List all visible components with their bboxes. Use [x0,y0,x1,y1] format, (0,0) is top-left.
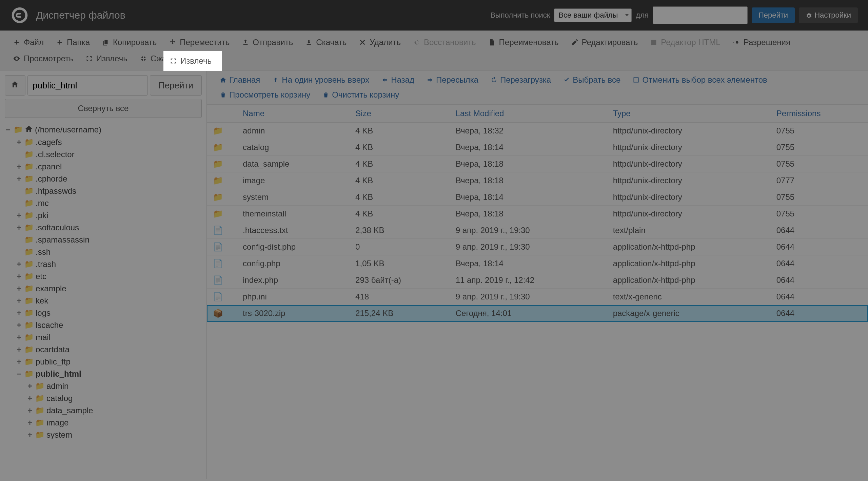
new-file-button[interactable]: Файл [7,34,50,50]
search-input[interactable] [653,6,748,24]
toggle-icon[interactable]: + [16,223,22,232]
download-button[interactable]: Скачать [299,34,353,50]
nav-home[interactable]: Главная [214,72,266,87]
toggle-icon[interactable]: + [16,345,22,354]
nav-forward[interactable]: Пересылка [420,72,485,87]
col-perms[interactable]: Permissions [770,105,868,123]
tree-item[interactable]: +📁image [5,417,202,429]
table-row[interactable]: 📄.htaccess.txt2,38 KB9 апр. 2019 г., 19:… [207,222,868,239]
tree-item[interactable]: 📁.spamassassin [5,234,202,246]
toggle-icon[interactable]: + [26,430,33,440]
tree-item[interactable]: +📁catalog [5,392,202,404]
toggle-icon[interactable]: + [26,394,33,403]
copy-button[interactable]: Копировать [96,34,163,50]
rename-button[interactable]: Переименовать [482,34,565,50]
tree-item[interactable]: +📁.pki [5,209,202,222]
tree-root[interactable]: − 📁 (/home/username) [5,123,202,136]
table-row[interactable]: 📄config.php1,05 KBВчера, 18:14applicatio… [207,255,868,272]
tree-item[interactable]: +📁system [5,429,202,441]
table-row[interactable]: 📦trs-3020.zip215,24 KBСегодня, 14:01pack… [207,305,868,322]
toggle-icon[interactable]: − [16,369,22,379]
table-row[interactable]: 📁catalog4 KBВчера, 18:14httpd/unix-direc… [207,139,868,156]
tree-item[interactable]: +📁mail [5,331,202,343]
collapse-icon[interactable]: − [5,125,12,134]
permissions-button[interactable]: Разрешения [727,34,796,50]
edit-button[interactable]: Редактировать [565,34,644,50]
tree-item[interactable]: 📁.mc [5,197,202,209]
tree-item[interactable]: 📁.htpasswds [5,185,202,197]
tree-item[interactable]: +📁.softaculous [5,222,202,234]
deselect-all[interactable]: Отменить выбор всех элементов [627,72,773,87]
toggle-icon[interactable]: + [16,284,22,293]
table-row[interactable]: 📁system4 KBВчера, 18:14httpd/unix-direct… [207,189,868,206]
toggle-icon[interactable]: + [16,138,22,147]
upload-button[interactable]: Отправить [236,34,299,50]
delete-button[interactable]: Удалить [353,34,407,50]
restore-button[interactable]: Восстановить [407,34,482,50]
col-size[interactable]: Size [349,105,450,123]
toggle-icon[interactable]: + [16,259,22,269]
extract-button[interactable]: Извлечь [79,50,134,67]
tree-item[interactable]: 📁.ssh [5,246,202,258]
toggle-icon[interactable]: + [16,357,22,367]
empty-trash[interactable]: Очистить корзину [316,87,405,102]
toggle-icon[interactable]: + [26,406,33,415]
toggle-icon[interactable]: + [16,333,22,342]
path-input[interactable] [27,75,148,96]
html-editor-button[interactable]: Редактор HTML [644,34,726,50]
tree-item[interactable]: −📁public_html [5,368,202,380]
tree-item[interactable]: +📁.cagefs [5,136,202,148]
tree-item[interactable]: +📁admin [5,380,202,392]
view-trash[interactable]: Просмотреть корзину [214,87,316,102]
table-row[interactable]: 📁themeinstall4 KBВчера, 18:18httpd/unix-… [207,206,868,222]
tree-item[interactable]: +📁example [5,283,202,295]
nav-up[interactable]: На один уровень вверх [266,72,375,87]
toggle-icon[interactable]: + [16,272,22,281]
toggle-icon[interactable]: + [16,308,22,318]
plus-icon [13,39,20,46]
settings-button[interactable]: Настройки [799,7,858,23]
tree-item[interactable]: 📁.cl.selector [5,148,202,161]
toggle-icon[interactable]: + [26,418,33,427]
select-all[interactable]: Выбрать все [557,72,627,87]
tree-item[interactable]: +📁kek [5,295,202,307]
tree-item[interactable]: +📁ocartdata [5,343,202,356]
col-type[interactable]: Type [607,105,770,123]
tree-item[interactable]: +📁public_ftp [5,356,202,368]
search-scope-select[interactable]: Все ваши файлы [554,8,632,22]
tree-item[interactable]: +📁logs [5,307,202,319]
table-row[interactable]: 📄index.php293 байт(-а)11 апр. 2019 г., 1… [207,272,868,289]
tree-item[interactable]: +📁lscache [5,319,202,331]
move-button[interactable]: Переместить [163,34,236,50]
table-row[interactable]: 📄config-dist.php09 апр. 2019 г., 19:30ap… [207,239,868,255]
x-icon [359,39,366,46]
nav-reload[interactable]: Перезагрузка [485,72,557,87]
nav-back[interactable]: Назад [375,72,420,87]
tree-item[interactable]: +📁data_sample [5,404,202,417]
tree-item[interactable]: +📁etc [5,270,202,283]
toggle-icon[interactable]: + [16,174,22,184]
collapse-all-button[interactable]: Свернуть все [5,99,202,118]
toggle-icon[interactable]: + [26,381,33,391]
search-go-button[interactable]: Перейти [752,7,795,23]
table-row[interactable]: 📁admin4 KBВчера, 18:32httpd/unix-directo… [207,123,868,139]
new-folder-button[interactable]: Папка [50,34,96,50]
folder-icon: 📁 [213,159,222,169]
path-go-button[interactable]: Перейти [150,75,202,96]
view-button[interactable]: Просмотреть [7,50,79,67]
tree-item[interactable]: +📁.cphorde [5,173,202,185]
col-name[interactable]: Name [237,105,349,123]
table-row[interactable]: 📁data_sample4 KBВчера, 18:18httpd/unix-d… [207,156,868,172]
col-modified[interactable]: Last Modified [450,105,607,123]
eye-icon [13,55,20,62]
toggle-icon[interactable]: + [16,162,22,171]
tree-item[interactable]: +📁.cpanel [5,161,202,173]
toggle-icon[interactable]: + [16,320,22,330]
toggle-icon[interactable]: + [16,211,22,220]
toggle-icon[interactable]: + [16,296,22,306]
table-row[interactable]: 📁image4 KBВчера, 18:18httpd/unix-directo… [207,172,868,189]
extract-highlight[interactable]: Извлечь [163,51,222,71]
tree-item[interactable]: +📁.trash [5,258,202,270]
home-button[interactable] [5,75,25,96]
table-row[interactable]: 📄php.ini4189 апр. 2019 г., 19:30text/x-g… [207,289,868,305]
